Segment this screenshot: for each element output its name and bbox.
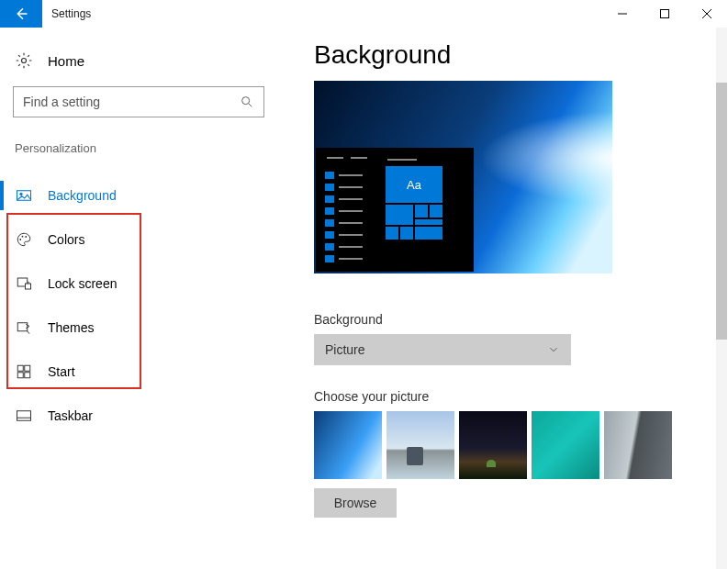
sidebar-item-colors[interactable]: Colors [0, 218, 277, 262]
main-panel: Background Aa [277, 28, 728, 569]
svg-line-6 [249, 104, 252, 106]
sidebar-item-lock-screen[interactable]: Lock screen [0, 262, 277, 306]
svg-point-11 [25, 236, 27, 238]
svg-point-4 [22, 59, 27, 63]
sidebar-item-background[interactable]: Background [0, 173, 277, 218]
close-button[interactable] [686, 0, 728, 28]
page-title: Background [314, 40, 728, 70]
lock-screen-icon [15, 274, 33, 293]
sidebar-item-label: Lock screen [48, 276, 117, 291]
svg-point-9 [19, 239, 21, 240]
picture-thumbnail[interactable] [386, 411, 454, 479]
gear-icon [15, 51, 33, 70]
picture-thumbnail[interactable] [314, 411, 382, 479]
background-preview: Aa [314, 81, 612, 273]
home-label: Home [48, 53, 84, 69]
themes-icon [15, 318, 33, 337]
svg-point-5 [242, 97, 250, 105]
picture-thumbnail[interactable] [459, 411, 527, 479]
minimize-button[interactable] [601, 0, 644, 28]
search-box[interactable] [13, 86, 264, 117]
picture-thumbnail[interactable] [532, 411, 599, 479]
scrollbar-thumb[interactable] [716, 83, 727, 340]
svg-rect-15 [17, 365, 23, 371]
svg-rect-14 [17, 323, 28, 331]
window-controls [601, 0, 728, 28]
preview-start-menu: Aa [316, 148, 474, 272]
window-title: Settings [42, 0, 100, 28]
picture-thumbnails [314, 411, 728, 479]
start-icon [15, 363, 33, 381]
picture-icon [15, 186, 33, 205]
browse-button[interactable]: Browse [314, 488, 397, 518]
category-label: Personalization [0, 141, 277, 155]
close-icon [702, 9, 711, 18]
nav-list: Background Colors Lock screen Themes [0, 173, 277, 438]
title-spacer [100, 0, 601, 28]
back-arrow-icon [13, 6, 29, 22]
sidebar-item-label: Start [48, 364, 75, 379]
svg-rect-18 [25, 373, 30, 378]
sidebar-item-taskbar[interactable]: Taskbar [0, 394, 277, 438]
sidebar-item-themes[interactable]: Themes [0, 306, 277, 350]
sidebar: Home Personalization Background Colors [0, 28, 277, 569]
choose-picture-label: Choose your picture [314, 389, 728, 404]
minimize-icon [618, 9, 627, 18]
svg-rect-16 [25, 365, 30, 371]
sidebar-item-start[interactable]: Start [0, 350, 277, 394]
svg-rect-13 [26, 284, 31, 289]
palette-icon [15, 230, 33, 249]
sidebar-item-label: Background [48, 188, 117, 203]
sidebar-item-label: Colors [48, 232, 84, 247]
maximize-button[interactable] [644, 0, 686, 28]
maximize-icon [660, 9, 669, 18]
home-button[interactable]: Home [0, 46, 277, 75]
sidebar-item-label: Themes [48, 320, 95, 335]
svg-rect-17 [17, 373, 23, 378]
back-button[interactable] [0, 0, 42, 28]
svg-rect-19 [17, 411, 31, 421]
chevron-down-icon [547, 343, 560, 356]
svg-point-8 [20, 193, 23, 195]
preview-sample-text: Aa [386, 166, 442, 203]
sidebar-item-label: Taskbar [48, 408, 93, 423]
dropdown-value: Picture [325, 342, 365, 357]
background-dropdown[interactable]: Picture [314, 334, 571, 365]
picture-thumbnail[interactable] [604, 411, 672, 479]
background-section-label: Background [314, 312, 728, 327]
svg-point-10 [22, 236, 24, 238]
taskbar-icon [15, 407, 33, 425]
search-icon [240, 95, 254, 109]
title-bar: Settings [0, 0, 728, 28]
svg-rect-1 [661, 10, 669, 18]
search-input[interactable] [23, 95, 240, 109]
